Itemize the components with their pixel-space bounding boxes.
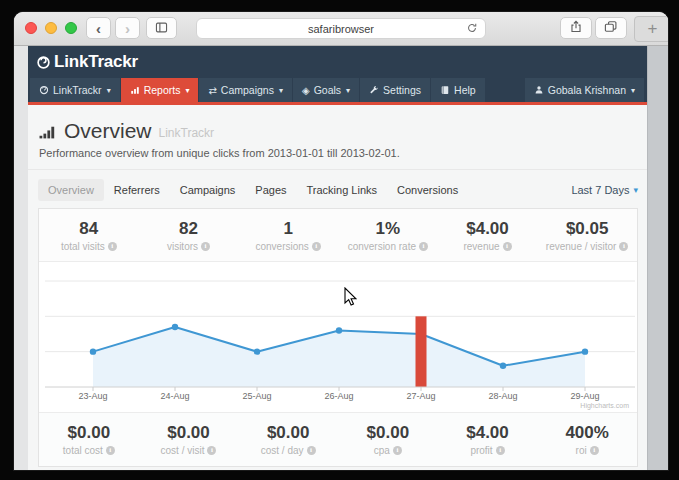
- browser-viewport: LinkTrackr LinkTrackr▾Reports▾⇄Campaigns…: [14, 46, 668, 470]
- back-button[interactable]: ‹: [86, 17, 111, 39]
- x-axis-label: 27-Aug: [406, 391, 435, 401]
- stat-value: $0.00: [39, 423, 139, 443]
- stat-value: 1: [238, 219, 338, 239]
- nav-item-reports-label: Reports: [144, 84, 181, 96]
- share-button[interactable]: [560, 17, 592, 39]
- stat-label: cost / visit: [139, 445, 239, 456]
- user-icon: [534, 85, 544, 95]
- nav-item-goals[interactable]: ◈Goals▾: [293, 78, 359, 102]
- stat-label: revenue: [438, 241, 538, 252]
- linktrackr-page: LinkTrackr LinkTrackr▾Reports▾⇄Campaigns…: [28, 46, 648, 470]
- brand-name: LinkTrackr: [54, 52, 138, 72]
- nav-item-linktrackr[interactable]: LinkTrackr▾: [30, 78, 120, 102]
- info-icon[interactable]: [503, 242, 512, 251]
- stat-label: total cost: [39, 445, 139, 456]
- stat-value: $4.00: [438, 423, 538, 443]
- info-icon[interactable]: [201, 242, 210, 251]
- date-range-label: Last 7 Days: [571, 184, 629, 196]
- browser-window: ‹ › safaribrowser +: [14, 12, 668, 470]
- bar-chart-icon: [130, 85, 140, 95]
- highcharts-credit[interactable]: Highcharts.com: [580, 402, 629, 409]
- info-icon[interactable]: [619, 242, 628, 251]
- logo-icon: [39, 85, 49, 95]
- stat-conversions: 1conversions: [238, 219, 338, 252]
- chevron-down-icon: ▾: [185, 86, 189, 95]
- stat-value: $4.00: [438, 219, 538, 239]
- info-icon[interactable]: [207, 446, 216, 455]
- tab-campaigns[interactable]: Campaigns: [170, 179, 246, 201]
- x-axis-label: 28-Aug: [488, 391, 517, 401]
- nav-item-help-label: Help: [454, 84, 476, 96]
- brand-logo[interactable]: LinkTrackr: [36, 52, 138, 72]
- back-chevron-icon: ‹: [96, 21, 101, 36]
- stat-total-visits: 84total visits: [39, 219, 139, 252]
- info-icon[interactable]: [393, 446, 402, 455]
- stat-value: $0.05: [537, 219, 637, 239]
- stat-value: $0.00: [139, 423, 239, 443]
- nav-item-campaigns-label: Campaigns: [221, 84, 274, 96]
- info-icon[interactable]: [108, 242, 117, 251]
- tab-tracking-links[interactable]: Tracking Links: [297, 179, 388, 201]
- logo-icon: [36, 55, 51, 70]
- nav-item-settings[interactable]: Settings: [360, 78, 430, 102]
- plus-icon: +: [648, 19, 658, 39]
- stat-label: profit: [438, 445, 538, 456]
- stat-value: 1%: [338, 219, 438, 239]
- info-icon[interactable]: [307, 446, 316, 455]
- tab-conversions[interactable]: Conversions: [387, 179, 468, 201]
- new-tab-button[interactable]: +: [634, 16, 668, 42]
- window-controls: [25, 22, 77, 34]
- browser-titlebar: ‹ › safaribrowser +: [14, 12, 668, 46]
- tab-pages[interactable]: Pages: [245, 179, 296, 201]
- stat-visitors: 82visitors: [139, 219, 239, 252]
- page-heading: Overview LinkTrackr Performance overview…: [28, 105, 648, 170]
- site-header: LinkTrackr: [28, 46, 648, 78]
- reload-button[interactable]: [466, 22, 478, 37]
- sidebar-icon: [154, 21, 169, 36]
- stat-value: 84: [39, 219, 139, 239]
- minimize-window-button[interactable]: [45, 22, 57, 34]
- page-title: Overview: [64, 119, 152, 143]
- x-axis-label: 26-Aug: [324, 391, 353, 401]
- date-range-selector[interactable]: Last 7 Days ▾: [571, 184, 638, 196]
- close-window-button[interactable]: [25, 22, 37, 34]
- overview-card: 84total visits82visitors1conversions1%co…: [38, 208, 638, 467]
- info-icon[interactable]: [590, 446, 599, 455]
- nav-item-reports[interactable]: Reports▾: [121, 78, 199, 102]
- nav-item-settings-label: Settings: [383, 84, 421, 96]
- stat-label: cpa: [338, 445, 438, 456]
- info-icon[interactable]: [419, 242, 428, 251]
- sidebar-toggle-button[interactable]: [146, 17, 177, 39]
- zoom-window-button[interactable]: [65, 22, 77, 34]
- tab-overview[interactable]: Overview: [38, 179, 104, 201]
- stat-roi: 400%roi: [537, 423, 637, 456]
- info-icon[interactable]: [106, 446, 115, 455]
- page-subtitle: Performance overview from unique clicks …: [38, 147, 638, 159]
- nav-item-campaigns[interactable]: ⇄Campaigns▾: [199, 78, 292, 102]
- stat-cost-visit: $0.00cost / visit: [139, 423, 239, 456]
- stats-row-top: 84total visits82visitors1conversions1%co…: [39, 209, 637, 262]
- stat-label: visitors: [139, 241, 239, 252]
- book-icon: [440, 85, 450, 95]
- info-icon[interactable]: [312, 242, 321, 251]
- user-menu[interactable]: Gobala Krishnan▾: [525, 78, 644, 102]
- stat-label: conversions: [238, 241, 338, 252]
- nav-item-help[interactable]: Help: [431, 78, 485, 102]
- info-icon[interactable]: [496, 446, 505, 455]
- stat-value: $0.00: [338, 423, 438, 443]
- nav-item-goals-label: Goals: [314, 84, 341, 96]
- show-tabs-button[interactable]: [595, 17, 627, 39]
- address-bar[interactable]: safaribrowser: [196, 18, 486, 39]
- reload-icon: [466, 22, 478, 37]
- chevron-down-icon: ▾: [631, 86, 635, 95]
- stat-total-cost: $0.00total cost: [39, 423, 139, 456]
- chevron-down-icon: ▾: [279, 86, 283, 95]
- user-menu-label: Gobala Krishnan: [548, 84, 626, 96]
- tab-referrers[interactable]: Referrers: [104, 179, 170, 201]
- stat-value: 82: [139, 219, 239, 239]
- tab-overview-icon: [604, 20, 618, 36]
- chevron-down-icon: ▾: [107, 86, 111, 95]
- forward-button[interactable]: ›: [115, 17, 140, 39]
- stat-label: total visits: [39, 241, 139, 252]
- chevron-down-icon: ▾: [633, 185, 638, 195]
